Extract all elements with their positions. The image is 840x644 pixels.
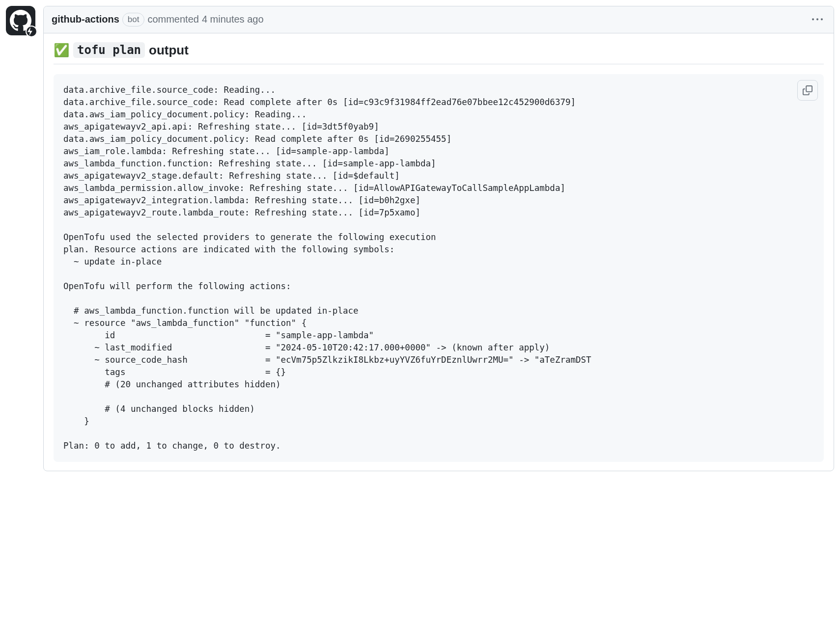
comment-container: github-actions bot commented 4 minutes a…	[6, 6, 834, 471]
avatar-bot-badge	[26, 26, 37, 37]
heading-code: tofu plan	[73, 42, 145, 58]
code-output: data.archive_file.source_code: Reading..…	[63, 84, 814, 452]
kebab-icon	[812, 14, 823, 25]
bot-badge: bot	[122, 13, 145, 27]
author-name[interactable]: github-actions	[52, 14, 119, 25]
comment-timestamp[interactable]: 4 minutes ago	[202, 14, 264, 25]
copy-button[interactable]	[797, 80, 818, 101]
comment-heading: ✅ tofu plan output	[54, 42, 824, 64]
copy-icon	[803, 85, 812, 95]
comment-body: ✅ tofu plan output data.archive_file.sou…	[44, 33, 834, 471]
comment-box: github-actions bot commented 4 minutes a…	[43, 6, 834, 471]
code-block: data.archive_file.source_code: Reading..…	[54, 74, 824, 462]
author-avatar[interactable]	[6, 6, 35, 35]
comment-header: github-actions bot commented 4 minutes a…	[44, 6, 834, 33]
comment-menu-button[interactable]	[809, 11, 826, 28]
comment-header-left: github-actions bot commented 4 minutes a…	[52, 13, 264, 27]
checkmark-icon: ✅	[54, 43, 69, 58]
avatar-column	[6, 6, 35, 471]
comment-action-text: commented	[147, 14, 199, 25]
heading-suffix: output	[149, 43, 189, 58]
lightning-icon	[27, 21, 36, 42]
